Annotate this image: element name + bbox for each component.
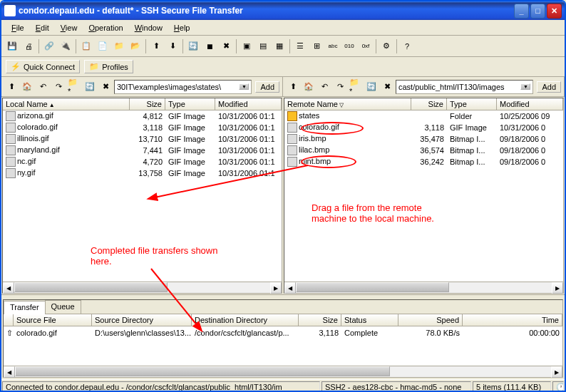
menu-operation[interactable]: Operation — [83, 22, 128, 33]
remote-home-icon[interactable]: 🏠 — [302, 80, 316, 94]
list-item[interactable]: arizona.gif4,812GIF Image10/31/2006 01:1 — [3, 110, 282, 122]
split-icon[interactable]: ▤ — [255, 38, 271, 54]
local-fwd-icon[interactable]: ↷ — [51, 80, 66, 94]
minimize-button[interactable]: _ — [514, 4, 529, 19]
list-item[interactable]: lilac.bmp36,574Bitmap I...09/18/2006 0 — [284, 145, 563, 156]
remote-col-name[interactable]: Remote Name▽ — [284, 98, 411, 110]
copy-icon[interactable]: 📋 — [78, 38, 94, 54]
menu-help[interactable]: Help — [168, 22, 196, 33]
remote-refresh-icon[interactable]: 🔄 — [364, 80, 379, 94]
list-item[interactable]: nc.gif4,720GIF Image10/31/2006 01:1 — [3, 156, 282, 167]
local-file-list[interactable]: arizona.gif4,812GIF Image10/31/2006 01:1… — [3, 110, 282, 282]
paste-icon[interactable]: 📄 — [95, 38, 110, 54]
view-detail-icon[interactable]: ⊞ — [309, 38, 324, 54]
menu-view[interactable]: View — [55, 22, 83, 33]
scroll-right-icon[interactable]: ▶ — [270, 282, 282, 294]
tcol-status[interactable]: Status — [341, 314, 398, 326]
list-item[interactable]: iris.bmp35,478Bitmap I...09/18/2006 0 — [284, 133, 563, 145]
delete-icon[interactable]: ✖ — [218, 38, 234, 54]
file-icon — [6, 145, 16, 155]
view-list-icon[interactable]: ☰ — [292, 38, 308, 54]
terminal-icon[interactable]: ▣ — [239, 38, 254, 54]
settings-icon[interactable]: ⚙ — [379, 38, 394, 54]
list-item[interactable]: statesFolder10/25/2006 09 — [284, 110, 563, 122]
remote-col-type[interactable]: Type — [447, 98, 497, 110]
download-icon[interactable]: ⬇ — [165, 38, 180, 54]
remote-path-dropdown-icon[interactable]: ▼ — [520, 83, 530, 90]
view-binary-icon[interactable]: 010 — [341, 38, 357, 54]
maximize-button[interactable]: □ — [530, 4, 545, 19]
remote-up-icon[interactable]: ⬆ — [286, 80, 300, 94]
remote-add-button[interactable]: Add — [537, 81, 561, 93]
remote-fwd-icon[interactable]: ↷ — [333, 80, 347, 94]
grid-icon[interactable]: ▦ — [272, 38, 287, 54]
remote-col-size[interactable]: Size — [411, 98, 447, 110]
view-hex-icon[interactable]: 0xf — [358, 38, 374, 54]
transfer-scrollbar[interactable]: ◀ ▶ — [4, 366, 562, 377]
local-back-icon[interactable]: ↶ — [36, 80, 50, 94]
scroll-left-icon[interactable]: ◀ — [284, 282, 296, 294]
list-item[interactable]: ny.gif13,758GIF Image10/31/2006 01:1 — [3, 167, 282, 179]
status-encryption: SSH2 - aes128-cbc - hmac-md5 - none — [321, 381, 471, 393]
menu-window[interactable]: Window — [129, 22, 168, 33]
local-col-type[interactable]: Type — [165, 98, 215, 110]
scroll-left-icon[interactable]: ◀ — [3, 282, 14, 294]
tcol-srcdir[interactable]: Source Directory — [92, 314, 192, 326]
tcol-time[interactable]: Time — [463, 314, 562, 326]
list-item[interactable]: colorado.gif3,118GIF Image10/31/2006 0 — [284, 122, 563, 133]
remote-file-list[interactable]: statesFolder10/25/2006 09colorado.gif3,1… — [284, 110, 563, 282]
scroll-right-icon[interactable]: ▶ — [551, 366, 562, 378]
help-icon[interactable]: ? — [399, 38, 415, 54]
list-item[interactable]: mint.bmp36,242Bitmap I...09/18/2006 0 — [284, 156, 563, 167]
tcol-source[interactable]: Source File — [14, 314, 92, 326]
menu-file[interactable]: File — [6, 22, 30, 33]
print-icon[interactable]: 🖨 — [21, 38, 36, 54]
new-folder-icon[interactable]: 📁 — [111, 38, 127, 54]
local-path-input[interactable]: 30IT\examples\images\states\ ▼ — [114, 80, 252, 94]
status-bar: Connected to condor.depaul.edu - /condor… — [1, 379, 565, 392]
list-item[interactable]: illinois.gif13,710GIF Image10/31/2006 01… — [3, 133, 282, 145]
tab-transfer[interactable]: Transfer — [4, 301, 46, 314]
local-col-size[interactable]: Size — [130, 98, 165, 110]
local-scrollbar[interactable]: ◀ ▶ — [3, 282, 282, 293]
local-col-modified[interactable]: Modified — [215, 98, 282, 110]
remote-back-icon[interactable]: ↶ — [317, 80, 331, 94]
stop-icon[interactable]: ⏹ — [202, 38, 217, 54]
upload-icon[interactable]: ⬆ — [148, 38, 164, 54]
close-button[interactable]: ✕ — [547, 4, 562, 19]
profiles-button[interactable]: 📁 Profiles — [84, 60, 133, 73]
file-icon — [287, 145, 297, 155]
connect-icon[interactable]: 🔗 — [41, 38, 57, 54]
menu-edit[interactable]: Edit — [30, 22, 55, 33]
local-delete-icon[interactable]: ✖ — [98, 80, 113, 94]
local-col-name[interactable]: Local Name▲ — [3, 98, 130, 110]
refresh-icon[interactable]: 🔄 — [185, 38, 201, 54]
view-ascii-icon[interactable]: abc — [325, 38, 341, 54]
save-icon[interactable]: 💾 — [4, 38, 20, 54]
tab-queue[interactable]: Queue — [45, 300, 81, 314]
list-item[interactable]: colorado.gif3,118GIF Image10/31/2006 01:… — [3, 122, 282, 133]
local-path-dropdown-icon[interactable]: ▼ — [239, 83, 249, 90]
local-up-icon[interactable]: ⬆ — [4, 80, 19, 94]
local-refresh-icon[interactable]: 🔄 — [83, 80, 97, 94]
scroll-right-icon[interactable]: ▶ — [552, 282, 563, 294]
scroll-left-icon[interactable]: ◀ — [4, 366, 15, 378]
tcol-speed[interactable]: Speed — [398, 314, 463, 326]
disconnect-icon[interactable]: 🔌 — [58, 38, 73, 54]
remote-newfolder-icon[interactable]: 📁* — [349, 80, 363, 94]
local-newfolder-icon[interactable]: 📁* — [67, 80, 81, 94]
transfer-tabs: Transfer Queue — [4, 300, 562, 314]
quick-connect-button[interactable]: ⚡ Quick Connect — [6, 60, 80, 73]
horizontal-splitter[interactable] — [1, 295, 565, 298]
remote-delete-icon[interactable]: ✖ — [380, 80, 394, 94]
tcol-size[interactable]: Size — [299, 314, 341, 326]
transfer-row[interactable]: ⇧colorado.gifD:\users\glenn\classes\13..… — [4, 326, 562, 339]
remote-path-input[interactable]: cast/public_html/IT130/images ▼ — [396, 80, 533, 94]
list-item[interactable]: maryland.gif7,441GIF Image10/31/2006 01:… — [3, 145, 282, 156]
remote-scrollbar[interactable]: ◀ ▶ — [284, 282, 563, 293]
tcol-dstdir[interactable]: Destination Directory — [192, 314, 299, 326]
local-home-icon[interactable]: 🏠 — [20, 80, 34, 94]
open-folder-icon[interactable]: 📂 — [128, 38, 143, 54]
local-add-button[interactable]: Add — [255, 81, 279, 93]
remote-col-modified[interactable]: Modified — [497, 98, 563, 110]
